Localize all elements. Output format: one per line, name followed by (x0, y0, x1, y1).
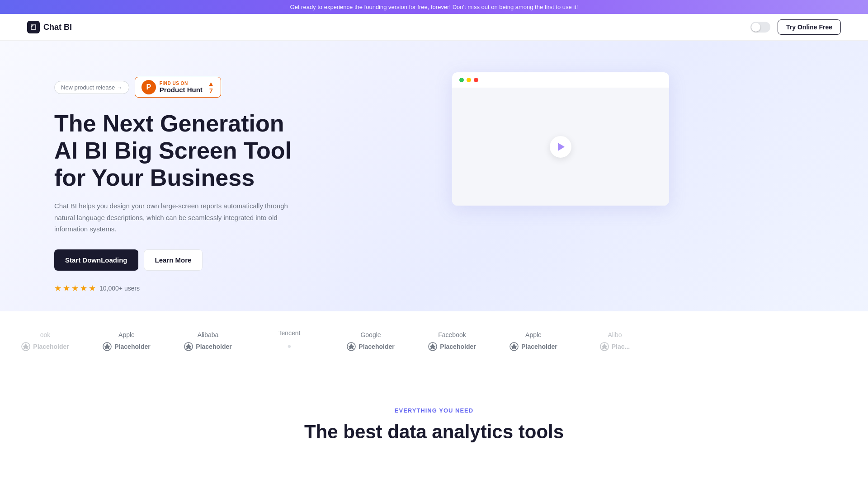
company-name: Facebook (438, 331, 466, 338)
placeholder-text: Placeholder (359, 343, 394, 350)
placeholder-text: Placeholder (33, 343, 69, 350)
company-name: Apple (525, 331, 542, 338)
star-5: ★ (89, 283, 96, 293)
learn-more-button[interactable]: Learn More (144, 249, 203, 271)
browser-bar (452, 72, 669, 88)
placeholder-icon (347, 342, 356, 351)
section-title: The best data analytics tools (54, 421, 814, 443)
dot-separator: • (288, 340, 291, 353)
company-name: Alibo (608, 331, 622, 338)
browser-dot-yellow (467, 78, 471, 82)
logos-track: ook Placeholder Apple Placeholder Alibab… (0, 329, 868, 353)
try-online-free-button[interactable]: Try Online Free (778, 19, 841, 35)
product-hunt-name: Product Hunt (160, 86, 203, 94)
product-hunt-number: 7 (209, 87, 213, 94)
list-item: ook Placeholder (18, 331, 72, 351)
logo-placeholder: Placeholder (103, 342, 150, 351)
placeholder-text: Placeholder (114, 343, 150, 350)
product-hunt-badge[interactable]: P FIND US ON Product Hunt ▲ 7 (135, 77, 221, 98)
banner-text: Get ready to experience the founding ver… (290, 4, 578, 10)
placeholder-icon (103, 342, 112, 351)
star-4: ★ (80, 283, 87, 293)
company-name: ook (40, 331, 51, 338)
play-button[interactable] (550, 136, 571, 158)
list-item: Google Placeholder (344, 331, 398, 351)
browser-mockup (452, 72, 669, 206)
section-label: EVERYTHING YOU NEED (54, 407, 814, 414)
browser-content (452, 88, 669, 206)
logo[interactable]: Chat BI (27, 21, 72, 33)
star-3: ★ (71, 283, 79, 293)
hero-description: Chat BI helps you design your own large-… (54, 200, 307, 235)
product-hunt-count: ▲ 7 (208, 80, 214, 94)
top-banner: Get ready to experience the founding ver… (0, 0, 868, 14)
list-item: Alibo Plac... (588, 331, 642, 351)
placeholder-text: Plac... (612, 343, 630, 350)
hero-buttons: Start DownLoading Learn More (54, 249, 307, 271)
list-item: Apple Placeholder (506, 331, 561, 351)
features-section: EVERYTHING YOU NEED The best data analyt… (0, 380, 868, 461)
logos-section: ook Placeholder Apple Placeholder Alibab… (0, 311, 868, 380)
placeholder-icon (184, 342, 193, 351)
placeholder-text: Placeholder (196, 343, 231, 350)
logo-placeholder: Placeholder (184, 342, 231, 351)
ph-arrow-icon: ▲ (208, 80, 214, 87)
logo-placeholder: Plac... (600, 342, 630, 351)
logo-placeholder: Placeholder (21, 342, 69, 351)
star-rating: ★ ★ ★ ★ ★ (54, 283, 96, 293)
logo-placeholder: Placeholder (347, 342, 394, 351)
hero-stars: ★ ★ ★ ★ ★ 10,000+ users (54, 283, 307, 293)
nav-right: Try Online Free (750, 19, 841, 35)
logo-placeholder: Placeholder (509, 342, 557, 351)
play-icon (558, 143, 565, 151)
company-name: Tencent (278, 329, 300, 337)
list-item: Facebook Placeholder (425, 331, 479, 351)
placeholder-text: Placeholder (440, 343, 476, 350)
new-release-badge[interactable]: New product release → (54, 81, 129, 94)
list-item: Alibaba Placeholder (181, 331, 235, 351)
product-hunt-icon: P (142, 80, 156, 94)
users-count: 10,000+ users (99, 285, 140, 292)
company-name: Google (360, 331, 381, 338)
product-hunt-text: FIND US ON Product Hunt (160, 81, 203, 94)
placeholder-icon (600, 342, 609, 351)
hero-section: New product release → P FIND US ON Produ… (0, 41, 868, 311)
browser-dot-red (474, 78, 478, 82)
hero-title: The Next Generation AI BI Big Screen Too… (54, 110, 307, 191)
hero-right (307, 68, 814, 206)
company-name: Apple (118, 331, 135, 338)
list-item: Apple Placeholder (99, 331, 154, 351)
browser-dot-green (459, 78, 464, 82)
product-hunt-find-label: FIND US ON (160, 81, 203, 86)
logo-text: Chat BI (43, 23, 72, 32)
hero-left: New product release → P FIND US ON Produ… (54, 68, 307, 293)
company-name: Alibaba (198, 331, 219, 338)
logo-icon (27, 21, 40, 33)
theme-toggle[interactable] (750, 22, 770, 33)
list-item: Tencent • (262, 329, 316, 353)
placeholder-text: Placeholder (521, 343, 557, 350)
star-2: ★ (63, 283, 70, 293)
logo-placeholder: Placeholder (428, 342, 476, 351)
placeholder-icon (21, 342, 30, 351)
placeholder-icon (509, 342, 519, 351)
start-downloading-button[interactable]: Start DownLoading (54, 249, 138, 271)
navbar: Chat BI Try Online Free (0, 14, 868, 41)
placeholder-icon (428, 342, 437, 351)
star-1: ★ (54, 283, 61, 293)
hero-badges: New product release → P FIND US ON Produ… (54, 77, 307, 98)
